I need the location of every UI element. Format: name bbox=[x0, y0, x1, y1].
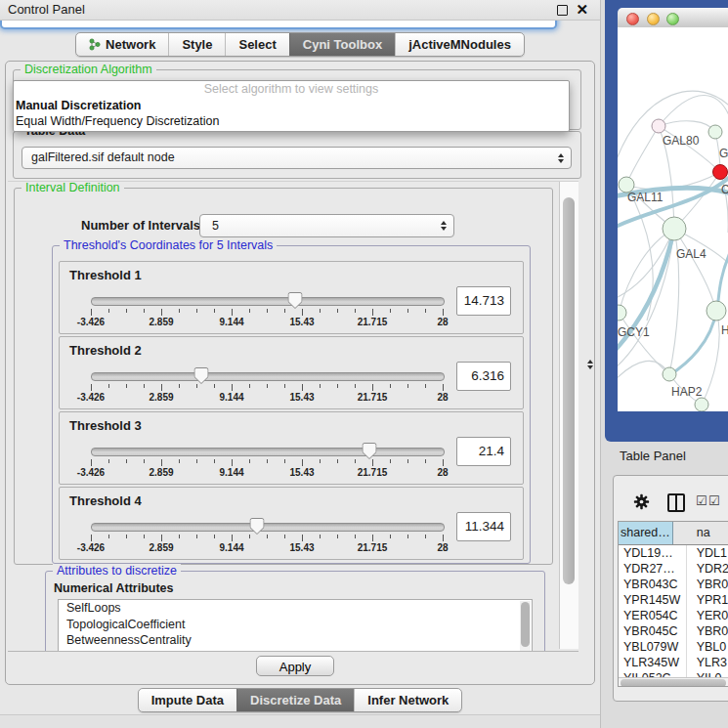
tick-label: 15.43 bbox=[289, 542, 314, 553]
table-row[interactable]: YPR145WYPR1 bbox=[619, 592, 728, 608]
list-scrollbar[interactable] bbox=[520, 601, 531, 652]
thresholds-group: Threshold's Coordinates for 5 Intervals … bbox=[52, 245, 531, 564]
minimize-traffic-light[interactable] bbox=[647, 13, 660, 25]
tab-infer-network[interactable]: Infer Network bbox=[354, 689, 461, 711]
tab-network[interactable]: Network bbox=[76, 33, 168, 56]
gear-icon[interactable] bbox=[633, 493, 650, 514]
float-window-icon[interactable] bbox=[557, 5, 568, 16]
tab-cyni-toolbox[interactable]: Cyni Toolbox bbox=[289, 33, 395, 56]
dropdown-option-manual-discretization[interactable]: Manual Discretization bbox=[14, 98, 569, 113]
slider-scale bbox=[91, 384, 443, 392]
threshold-panel-4: Threshold 4-3.4262.8599.14415.4321.71528… bbox=[59, 487, 524, 560]
table-rows: YDL19…YDL1YDR27…YDR2YBR043CYBR0YPR145WYP… bbox=[619, 545, 728, 677]
checkbox-icon[interactable]: ☑ bbox=[696, 494, 707, 507]
zoom-traffic-light[interactable] bbox=[666, 13, 679, 25]
tab-jactivemnodules[interactable]: jActiveMNodules bbox=[395, 33, 524, 56]
network-window-titlebar[interactable] bbox=[618, 8, 728, 28]
threshold-slider[interactable] bbox=[91, 372, 445, 381]
threshold-value-field[interactable]: 14.713 bbox=[456, 286, 511, 316]
table-row[interactable]: YDL19…YDL1 bbox=[619, 545, 728, 561]
tick-label: 21.715 bbox=[358, 467, 388, 478]
tab-label: Discretize Data bbox=[250, 689, 341, 711]
threshold-slider[interactable] bbox=[91, 448, 445, 456]
network-canvas[interactable]: GAL80GAGAL11CGAL4GCY1HHAP2 bbox=[618, 27, 728, 411]
tab-label: Impute Data bbox=[151, 689, 224, 711]
network-node-red[interactable] bbox=[713, 165, 728, 180]
tick-label: 9.144 bbox=[219, 542, 243, 553]
cell-shared-name: YBR045C bbox=[619, 623, 687, 639]
table-data-combobox-value: galFiltered.sif default node bbox=[31, 148, 175, 168]
tab-impute-data[interactable]: Impute Data bbox=[139, 689, 236, 711]
column-header-2[interactable]: na bbox=[673, 522, 728, 544]
network-node-green[interactable] bbox=[695, 398, 708, 411]
close-window-icon[interactable]: ✕ bbox=[576, 0, 588, 19]
table-row[interactable]: YBL079WYBL0 bbox=[619, 639, 728, 655]
tick-label: -3.426 bbox=[77, 317, 105, 327]
tick-label: -3.426 bbox=[77, 467, 105, 478]
network-node-green[interactable] bbox=[663, 367, 676, 381]
cell-shared-name: YPR145W bbox=[619, 592, 687, 608]
table-row[interactable]: YIL052CYIL0 bbox=[619, 670, 728, 677]
node-label: GA bbox=[719, 147, 728, 160]
settings-vertical-scrollbar-thumb[interactable] bbox=[563, 197, 575, 584]
table-horizontal-scrollbar-thumb[interactable] bbox=[621, 679, 726, 687]
tick-label: 2.859 bbox=[149, 392, 173, 403]
network-node-green[interactable] bbox=[707, 301, 726, 321]
columns-icon[interactable] bbox=[667, 493, 685, 512]
network-node-green[interactable] bbox=[618, 305, 626, 321]
tab-style[interactable]: Style bbox=[168, 33, 225, 56]
checkbox-icon[interactable]: ☑ bbox=[708, 494, 720, 507]
column-header-1[interactable]: shared… bbox=[619, 522, 673, 544]
threshold-value-field[interactable]: 11.344 bbox=[456, 512, 511, 541]
node-label: HAP2 bbox=[671, 385, 703, 399]
cell-name: YER0 bbox=[687, 608, 728, 623]
threshold-value-field[interactable]: 6.316 bbox=[456, 362, 511, 391]
threshold-value-field[interactable]: 21.4 bbox=[456, 437, 511, 466]
table-row[interactable]: YER054CYER0 bbox=[619, 608, 728, 623]
close-traffic-light[interactable] bbox=[626, 13, 639, 25]
number-of-intervals-label: Number of Intervals bbox=[81, 218, 200, 233]
tab-select[interactable]: Select bbox=[225, 33, 288, 56]
table-row[interactable]: YDR27…YDR2 bbox=[619, 561, 728, 577]
tick-label: 21.715 bbox=[358, 392, 388, 403]
table-row[interactable]: YBR045CYBR0 bbox=[619, 623, 728, 639]
network-node-green[interactable] bbox=[663, 217, 686, 240]
control-panel-window: Control Panel ✕ NetworkStyleSelectCyni T… bbox=[0, 0, 601, 728]
tab-label: Select bbox=[238, 33, 276, 56]
cell-name: YBR0 bbox=[687, 577, 728, 592]
node-label: C bbox=[721, 183, 728, 196]
table-data-combobox[interactable]: galFiltered.sif default node bbox=[21, 147, 572, 169]
window-title: Control Panel bbox=[8, 0, 85, 20]
table-row[interactable]: YLR345WYLR3 bbox=[619, 655, 728, 670]
node-label: GAL4 bbox=[676, 247, 707, 261]
tick-label: 9.144 bbox=[219, 467, 243, 478]
number-of-intervals-combobox[interactable]: 5 bbox=[199, 214, 454, 237]
network-node-pink[interactable] bbox=[652, 119, 665, 133]
node-label: H bbox=[721, 323, 728, 337]
table-data-group: Table Data galFiltered.sif default node bbox=[13, 131, 581, 179]
table-horizontal-scrollbar[interactable] bbox=[619, 677, 728, 687]
dropdown-option-equal-width-frequency-discretization[interactable]: Equal Width/Frequency Discretization bbox=[14, 113, 569, 129]
threshold-slider[interactable] bbox=[91, 523, 445, 532]
control-panel-titlebar: Control Panel ✕ bbox=[0, 0, 600, 21]
top-tab-group: NetworkStyleSelectCyni ToolboxjActiveMNo… bbox=[75, 32, 525, 57]
bottom-strip bbox=[0, 714, 600, 728]
list-scrollbar-thumb[interactable] bbox=[521, 602, 530, 647]
list-item[interactable]: BetweennessCentrality bbox=[59, 632, 532, 649]
threshold-label: Threshold 2 bbox=[69, 343, 142, 358]
threshold-panel-3: Threshold 3-3.4262.8599.14415.4321.71528… bbox=[59, 411, 524, 485]
cell-shared-name: YDL19… bbox=[619, 545, 687, 561]
threshold-slider[interactable] bbox=[91, 297, 445, 306]
tab-discretize-data[interactable]: Discretize Data bbox=[236, 689, 354, 711]
cell-name: YIL0 bbox=[687, 670, 728, 677]
table-panel-title: Table Panel bbox=[620, 449, 686, 463]
list-item[interactable]: TopologicalCoefficient bbox=[59, 617, 532, 633]
list-item[interactable]: SelfLoops bbox=[59, 600, 532, 617]
network-node-green[interactable] bbox=[708, 125, 722, 139]
numerical-attributes-list[interactable]: SelfLoopsTopologicalCoefficientBetweenne… bbox=[58, 599, 533, 652]
table-row[interactable]: YBR043CYBR0 bbox=[619, 577, 728, 592]
settings-vertical-scrollbar[interactable] bbox=[559, 182, 578, 649]
cyni-mode-tab-bar: Impute DataDiscretize DataInfer Network bbox=[0, 688, 600, 712]
tick-label: 2.859 bbox=[149, 542, 173, 553]
apply-button[interactable]: Apply bbox=[256, 656, 334, 676]
